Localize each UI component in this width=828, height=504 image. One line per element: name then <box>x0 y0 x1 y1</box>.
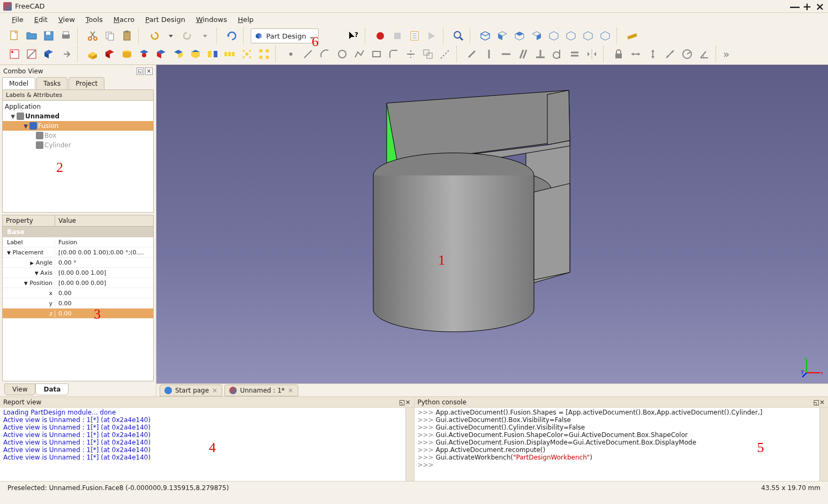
tab-model[interactable]: Model <box>2 77 35 90</box>
view-top-button[interactable] <box>511 28 528 44</box>
menu-help[interactable]: Help <box>234 14 258 25</box>
tab-view[interactable]: View <box>4 383 35 395</box>
print-button[interactable] <box>58 28 74 44</box>
constraint-perpendicular-button[interactable] <box>532 46 548 62</box>
property-row[interactable]: ▼ Placement[(0.00 0.00 1.00);0.00 °;(0..… <box>3 247 153 258</box>
sketch-line-button[interactable] <box>300 46 316 62</box>
sketch-edit-button[interactable] <box>24 46 40 62</box>
pad-button[interactable] <box>85 46 101 62</box>
draft-button[interactable] <box>187 46 204 62</box>
mirror-button[interactable] <box>205 46 221 62</box>
sketch-rectangle-button[interactable] <box>368 46 385 62</box>
tree-item-fusion[interactable]: ▼Fusion <box>3 121 153 131</box>
constraint-parallel-button[interactable] <box>515 46 531 62</box>
constraint-length-button[interactable] <box>662 46 678 62</box>
undo-dropdown[interactable] <box>163 28 179 44</box>
python-scrollbar[interactable] <box>819 408 828 481</box>
sketch-point-button[interactable] <box>283 46 299 62</box>
sketch-arc-button[interactable] <box>317 46 333 62</box>
workbench-selector[interactable]: Part Design ⌄ <box>251 28 319 43</box>
sketch-circle-button[interactable] <box>334 46 350 62</box>
constraint-radius-button[interactable] <box>679 46 695 62</box>
property-row[interactable]: z0.00 <box>3 309 153 319</box>
sketch-external-button[interactable] <box>420 46 436 62</box>
tree-item-box[interactable]: Box <box>3 131 153 140</box>
macro-stop-button[interactable] <box>389 28 405 44</box>
sketch-polyline-button[interactable] <box>351 46 367 62</box>
fillet-button[interactable] <box>153 46 169 62</box>
view-axo-button[interactable] <box>477 28 493 44</box>
multitransform-button[interactable] <box>256 46 272 62</box>
property-row[interactable]: ▶ Angle0.00 ° <box>3 258 153 268</box>
zoom-fit-button[interactable] <box>450 28 466 44</box>
tree-view[interactable]: Labels & Attributes Application ▼Unnamed… <box>2 89 154 213</box>
measure-button[interactable] <box>624 28 640 44</box>
sketch-map-button[interactable] <box>41 46 57 62</box>
refresh-button[interactable] <box>224 28 240 44</box>
doctab-close-icon[interactable]: × <box>288 387 293 394</box>
macro-list-button[interactable] <box>407 28 423 44</box>
panel-float-button[interactable]: ◱ <box>814 398 819 406</box>
menu-file[interactable]: File <box>7 14 28 25</box>
constraint-symmetric-button[interactable] <box>584 46 600 62</box>
menu-part-design[interactable]: Part Design <box>141 14 190 25</box>
linear-pattern-button[interactable] <box>222 46 238 62</box>
macro-record-button[interactable] <box>372 28 388 44</box>
tree-doc[interactable]: ▼Unnamed <box>3 111 153 121</box>
view-iso-button[interactable] <box>597 28 613 44</box>
open-file-button[interactable] <box>24 28 40 44</box>
constraint-vertical-button[interactable] <box>481 46 497 62</box>
revolution-button[interactable] <box>119 46 135 62</box>
sketch-fillet-button[interactable] <box>386 46 402 62</box>
undo-button[interactable] <box>146 28 162 44</box>
constraint-horizontal-button[interactable] <box>498 46 514 62</box>
redo-dropdown[interactable] <box>197 28 213 44</box>
property-row[interactable]: x0.00 <box>3 288 153 298</box>
save-file-button[interactable] <box>41 28 57 44</box>
view-bottom-button[interactable] <box>563 28 579 44</box>
window-maximize-button[interactable]: + <box>802 0 812 13</box>
constraint-coincident-button[interactable] <box>464 46 480 62</box>
paste-button[interactable] <box>119 28 135 44</box>
doctab-start-page[interactable]: Start page × <box>160 385 222 396</box>
doctab-close-icon[interactable]: × <box>212 387 217 394</box>
report-scrollbar[interactable] <box>405 408 414 481</box>
tab-tasks[interactable]: Tasks <box>36 77 67 90</box>
macro-run-button[interactable] <box>424 28 440 44</box>
python-console-body[interactable]: >>> App.activeDocument().Fusion.Shapes =… <box>415 408 829 481</box>
property-row[interactable]: y0.00 <box>3 298 153 309</box>
groove-button[interactable] <box>136 46 152 62</box>
view-rear-button[interactable] <box>546 28 562 44</box>
3d-canvas[interactable]: 1 x z y <box>156 65 828 383</box>
menu-tools[interactable]: Tools <box>81 14 107 25</box>
menu-view[interactable]: View <box>54 14 79 25</box>
constraint-angle-button[interactable] <box>696 46 712 62</box>
report-view-body[interactable]: Loading PartDesign module... doneActive … <box>0 408 414 481</box>
tree-item-cylinder[interactable]: Cylinder <box>3 140 153 150</box>
panel-float-button[interactable]: ◱ <box>399 398 405 406</box>
tab-project[interactable]: Project <box>69 77 104 90</box>
pocket-button[interactable] <box>102 46 118 62</box>
menu-windows[interactable]: Windows <box>192 14 231 25</box>
sketch-construction-button[interactable] <box>437 46 453 62</box>
property-row[interactable]: ▼ Position[0.00 0.00 0.00] <box>3 278 153 288</box>
window-minimize-button[interactable]: — <box>789 0 799 13</box>
redo-button[interactable] <box>180 28 196 44</box>
cut-button[interactable] <box>85 28 101 44</box>
constraint-distance-v-button[interactable] <box>645 46 661 62</box>
panel-close-button[interactable]: × <box>405 398 410 406</box>
menu-edit[interactable]: Edit <box>30 14 52 25</box>
tree-root[interactable]: Application <box>3 102 153 111</box>
view-left-button[interactable] <box>580 28 596 44</box>
property-view[interactable]: Property Value Base LabelFusion▼ Placeme… <box>2 215 154 381</box>
menu-macro[interactable]: Macro <box>109 14 139 25</box>
property-row[interactable]: LabelFusion <box>3 237 153 247</box>
panel-close-button[interactable]: × <box>819 398 825 406</box>
window-close-button[interactable]: × <box>815 0 825 13</box>
constraint-equal-button[interactable] <box>567 46 583 62</box>
sketch-leave-button[interactable] <box>58 46 74 62</box>
panel-float-button[interactable]: ◱ <box>137 67 144 75</box>
doctab-unnamed[interactable]: Unnamed : 1* × <box>224 385 298 396</box>
new-file-button[interactable] <box>6 28 22 44</box>
property-row[interactable]: ▼ Axis[0.00 0.00 1.00] <box>3 268 153 278</box>
